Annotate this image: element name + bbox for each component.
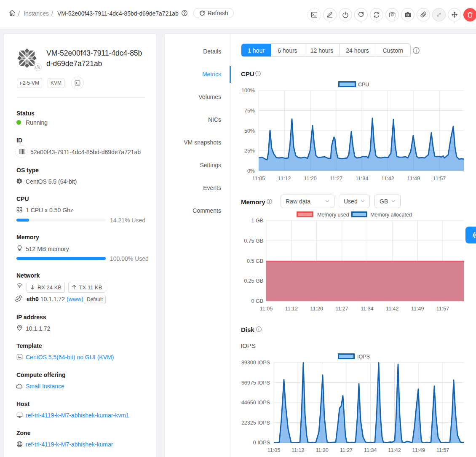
svg-text:11:42: 11:42 <box>381 176 394 182</box>
svg-text:11:49: 11:49 <box>411 306 424 312</box>
svg-text:1 GB: 1 GB <box>251 218 264 224</box>
svg-text:11:34: 11:34 <box>356 176 368 182</box>
svg-text:0 GB: 0 GB <box>251 298 264 304</box>
svg-text:22325 IOPS: 22325 IOPS <box>241 420 270 426</box>
svg-text:11:12: 11:12 <box>291 447 304 453</box>
svg-text:0.75 GB: 0.75 GB <box>244 238 263 244</box>
svg-text:11:34: 11:34 <box>361 306 373 312</box>
svg-text:11:27: 11:27 <box>335 306 348 312</box>
svg-text:11:57: 11:57 <box>436 447 449 453</box>
svg-text:75%: 75% <box>244 108 255 114</box>
svg-text:11:20: 11:20 <box>304 176 316 182</box>
svg-text:11:42: 11:42 <box>388 447 401 453</box>
svg-text:0%: 0% <box>247 168 255 174</box>
svg-text:0.25 GB: 0.25 GB <box>244 278 263 284</box>
svg-text:0 IOPS: 0 IOPS <box>253 440 270 446</box>
svg-text:44650 IOPS: 44650 IOPS <box>241 400 270 406</box>
svg-text:0.5 GB: 0.5 GB <box>247 258 263 264</box>
svg-text:11:12: 11:12 <box>278 176 291 182</box>
svg-text:11:57: 11:57 <box>436 306 449 312</box>
svg-text:89300 IOPS: 89300 IOPS <box>241 360 270 366</box>
svg-text:11:27: 11:27 <box>340 447 353 453</box>
svg-text:11:12: 11:12 <box>285 306 298 312</box>
svg-text:11:57: 11:57 <box>433 176 446 182</box>
svg-text:11:49: 11:49 <box>412 447 425 453</box>
svg-text:11:05: 11:05 <box>267 447 280 453</box>
svg-text:11:20: 11:20 <box>316 447 328 453</box>
svg-text:100%: 100% <box>241 88 255 94</box>
svg-text:11:05: 11:05 <box>252 176 265 182</box>
svg-text:11:05: 11:05 <box>260 306 273 312</box>
svg-text:25%: 25% <box>244 148 255 154</box>
svg-text:11:34: 11:34 <box>364 447 377 453</box>
svg-text:11:42: 11:42 <box>386 306 398 312</box>
svg-text:11:27: 11:27 <box>330 176 342 182</box>
svg-text:50%: 50% <box>244 128 255 134</box>
svg-text:66975 IOPS: 66975 IOPS <box>241 380 270 386</box>
svg-text:11:49: 11:49 <box>407 176 420 182</box>
svg-text:11:20: 11:20 <box>310 306 323 312</box>
